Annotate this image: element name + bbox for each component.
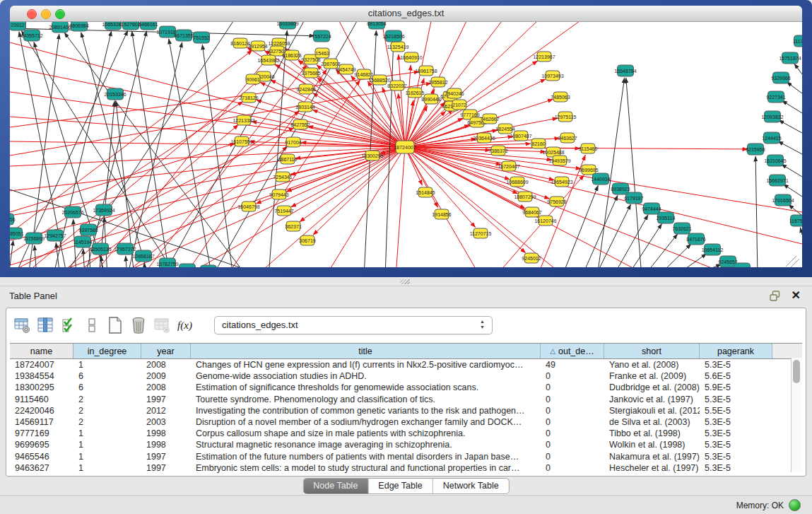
graph-node[interactable]: 15692971 <box>766 175 788 186</box>
citation-edge-red[interactable] <box>405 22 431 147</box>
graph-node[interactable]: 13505135 <box>89 243 111 255</box>
table-chooser-dropdown[interactable]: citations_edges.txt ▲▼ <box>214 316 493 334</box>
graph-node[interactable]: 751552 <box>193 32 209 43</box>
close-panel-icon[interactable]: ✕ <box>792 288 801 302</box>
graph-node[interactable]: 917004 <box>285 137 301 147</box>
citation-edge[interactable] <box>582 195 618 267</box>
graph-node[interactable]: 17016504 <box>772 194 794 206</box>
graph-node[interactable]: 3375685 <box>301 68 320 78</box>
table-row[interactable]: 1872400712008Changes of HCN gene express… <box>10 359 802 370</box>
graph-node[interactable]: 10688609 <box>506 177 528 187</box>
graph-node[interactable]: 16033809 <box>276 22 298 29</box>
tab-node-table[interactable]: Node Table <box>303 479 368 493</box>
graph-node[interactable]: 9463627 <box>558 133 577 143</box>
table-row[interactable]: 911546021997Tourette syndrome. Phenomeno… <box>10 394 802 405</box>
graph-node[interactable]: 19654923 <box>551 177 572 187</box>
citation-edge[interactable] <box>597 78 625 267</box>
graph-node[interactable]: 16640910 <box>400 52 422 62</box>
citation-edge-red[interactable] <box>396 147 405 267</box>
graph-node[interactable]: 9806984 <box>69 22 88 31</box>
citation-edge[interactable] <box>800 228 802 235</box>
graph-node[interactable]: 20364436 <box>473 133 495 143</box>
citation-graph[interactable]: 1872400781601248912954122260589327503165… <box>10 22 802 267</box>
horizontal-splitter[interactable] <box>0 277 812 286</box>
citation-edge[interactable] <box>562 185 598 267</box>
table-options-button[interactable] <box>12 315 31 335</box>
graph-node[interactable]: 9397588 <box>78 224 98 235</box>
graph-node[interactable]: 16782759 <box>156 258 178 267</box>
graph-node[interactable]: 16648784 <box>614 65 636 76</box>
graph-node[interactable]: 2935114 <box>657 212 676 223</box>
graph-node[interactable]: 1514845 <box>416 187 435 197</box>
graph-node[interactable]: 9684067 <box>522 207 541 217</box>
citation-edge[interactable] <box>782 100 802 113</box>
citation-edge[interactable] <box>657 244 691 267</box>
citation-edge[interactable] <box>595 204 631 267</box>
table-row[interactable]: 1938455462009Genome-wide association stu… <box>10 370 802 382</box>
hub-graph-node[interactable]: 18724007 <box>394 141 416 153</box>
citation-edge[interactable] <box>779 120 802 133</box>
graph-node[interactable]: 8160124 <box>230 38 249 48</box>
graph-node[interactable]: 306719 <box>299 235 315 245</box>
graph-node[interactable]: 16046798 <box>237 201 259 211</box>
graph-node[interactable]: 20891406 <box>49 22 71 33</box>
graph-node[interactable]: 17359924 <box>93 204 114 216</box>
table-row[interactable]: 946362711997Embryonic stem cells: a mode… <box>10 462 802 474</box>
column-header-out_de[interactable]: △out_de… <box>541 344 604 358</box>
graph-node[interactable]: 7519447 <box>274 206 293 216</box>
citation-edge[interactable] <box>126 256 127 267</box>
graph-node[interactable]: 82160 <box>531 139 546 148</box>
graph-node[interactable]: 1527602 <box>121 22 140 30</box>
graph-node[interactable]: 8427552 <box>290 119 310 129</box>
table-vertical-scrollbar[interactable] <box>791 358 802 472</box>
graph-node[interactable]: 7940246 <box>445 88 464 98</box>
graph-node[interactable]: 11325419 <box>387 42 409 52</box>
window-titlebar[interactable]: citations_edges.txt <box>10 6 802 22</box>
graph-node[interactable]: 10807487 <box>510 131 531 141</box>
tab-network-table[interactable]: Network Table <box>433 479 509 493</box>
citation-edge[interactable] <box>778 141 802 154</box>
graph-node[interactable]: 1117382 <box>793 35 802 47</box>
graph-node[interactable]: 6466161 <box>139 22 158 30</box>
graph-node[interactable]: 2066056 <box>10 214 16 225</box>
graph-node[interactable]: 8471676 <box>686 233 705 245</box>
graph-node[interactable]: 6640102 <box>732 263 751 267</box>
graph-node[interactable]: 7485063 <box>551 92 570 102</box>
new-column-button[interactable] <box>105 315 124 335</box>
graph-node[interactable]: 7254341 <box>273 172 292 182</box>
graph-node[interactable]: 7386372 <box>488 146 507 156</box>
graph-node[interactable]: 15218506 <box>382 30 404 42</box>
citation-edge-red[interactable] <box>10 71 419 127</box>
graph-node[interactable]: 9329968 <box>771 72 790 83</box>
graph-node[interactable]: 20153346 <box>104 88 126 100</box>
citation-edge[interactable] <box>35 245 37 267</box>
memory-status-indicator-icon[interactable] <box>789 499 801 511</box>
table-row[interactable]: 1830029562008Estimation of significance … <box>10 382 802 393</box>
table-row[interactable]: 969969511998Structural magnetic resonanc… <box>10 439 802 450</box>
graph-node[interactable]: 1914856 <box>432 209 451 219</box>
citation-edge-red[interactable] <box>184 147 405 267</box>
citation-edge-red[interactable] <box>405 147 554 180</box>
graph-node[interactable]: 8215958 <box>746 144 765 155</box>
graph-node[interactable]: 1440934 <box>591 173 610 185</box>
graph-node[interactable]: 11156869 <box>23 233 45 244</box>
unselect-all-button[interactable] <box>82 315 101 335</box>
graph-node[interactable]: 7632621 <box>672 223 691 234</box>
graph-node[interactable]: 10654112 <box>702 244 724 255</box>
graph-node[interactable]: 10958167 <box>132 250 154 262</box>
graph-node[interactable]: 6624052 <box>199 265 218 267</box>
graph-node[interactable]: 4185051 <box>10 228 24 239</box>
graph-node[interactable]: 9227341 <box>766 91 785 103</box>
citation-edge-red[interactable] <box>537 155 585 267</box>
graph-node[interactable]: 16961758 <box>415 66 437 76</box>
citation-edge[interactable] <box>626 78 642 267</box>
graph-node[interactable]: 16120746 <box>534 216 556 226</box>
graph-node[interactable]: 1292344 <box>177 264 196 267</box>
graph-node[interactable]: 9079443 <box>269 189 288 199</box>
graph-node[interactable]: 20206576 <box>61 206 83 218</box>
graph-node[interactable]: 12942757 <box>44 230 66 241</box>
graph-node[interactable]: 16210645 <box>764 155 786 166</box>
graph-node[interactable]: 2718126 <box>239 93 258 103</box>
delete-trash-button[interactable] <box>129 315 148 335</box>
graph-node[interactable]: 8990448 <box>421 94 440 104</box>
